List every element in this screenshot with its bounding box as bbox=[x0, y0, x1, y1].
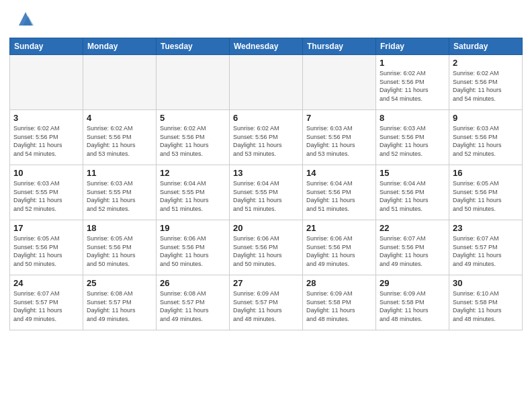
day-number: 7 bbox=[306, 113, 372, 123]
day-info: Sunrise: 6:03 AM Sunset: 5:56 PM Dayligh… bbox=[306, 124, 372, 158]
day-number: 2 bbox=[453, 58, 519, 68]
calendar-cell: 14Sunrise: 6:04 AM Sunset: 5:56 PM Dayli… bbox=[303, 165, 376, 220]
day-info: Sunrise: 6:09 AM Sunset: 5:58 PM Dayligh… bbox=[380, 289, 445, 323]
calendar-header-saturday: Saturday bbox=[449, 38, 523, 55]
day-info: Sunrise: 6:02 AM Sunset: 5:56 PM Dayligh… bbox=[380, 69, 445, 103]
day-number: 22 bbox=[380, 223, 445, 233]
calendar-week-row: 10Sunrise: 6:03 AM Sunset: 5:55 PM Dayli… bbox=[10, 165, 523, 220]
calendar-header-tuesday: Tuesday bbox=[157, 38, 230, 55]
day-number: 14 bbox=[306, 168, 372, 178]
day-info: Sunrise: 6:03 AM Sunset: 5:56 PM Dayligh… bbox=[453, 124, 519, 158]
day-number: 10 bbox=[13, 168, 79, 178]
day-number: 25 bbox=[87, 278, 152, 288]
calendar-cell: 7Sunrise: 6:03 AM Sunset: 5:56 PM Daylig… bbox=[303, 110, 376, 165]
day-info: Sunrise: 6:08 AM Sunset: 5:57 PM Dayligh… bbox=[87, 289, 152, 323]
calendar-cell: 25Sunrise: 6:08 AM Sunset: 5:57 PM Dayli… bbox=[83, 275, 157, 330]
day-info: Sunrise: 6:04 AM Sunset: 5:55 PM Dayligh… bbox=[160, 179, 226, 213]
calendar-cell: 28Sunrise: 6:09 AM Sunset: 5:58 PM Dayli… bbox=[303, 275, 376, 330]
calendar-header-friday: Friday bbox=[376, 38, 449, 55]
day-info: Sunrise: 6:04 AM Sunset: 5:55 PM Dayligh… bbox=[233, 179, 299, 213]
day-info: Sunrise: 6:09 AM Sunset: 5:58 PM Dayligh… bbox=[306, 289, 372, 323]
calendar-header-wednesday: Wednesday bbox=[230, 38, 303, 55]
logo-icon bbox=[16, 9, 35, 28]
calendar-cell: 16Sunrise: 6:05 AM Sunset: 5:56 PM Dayli… bbox=[449, 165, 523, 220]
calendar-week-row: 3Sunrise: 6:02 AM Sunset: 5:56 PM Daylig… bbox=[10, 110, 523, 165]
day-number: 27 bbox=[233, 278, 299, 288]
day-number: 24 bbox=[13, 278, 79, 288]
day-info: Sunrise: 6:06 AM Sunset: 5:56 PM Dayligh… bbox=[306, 234, 372, 268]
calendar-cell: 12Sunrise: 6:04 AM Sunset: 5:55 PM Dayli… bbox=[157, 165, 230, 220]
day-number: 28 bbox=[306, 278, 372, 288]
calendar-cell: 2Sunrise: 6:02 AM Sunset: 5:56 PM Daylig… bbox=[449, 55, 523, 110]
calendar-cell bbox=[10, 55, 83, 110]
day-number: 15 bbox=[380, 168, 445, 178]
logo bbox=[16, 12, 35, 28]
calendar-cell: 21Sunrise: 6:06 AM Sunset: 5:56 PM Dayli… bbox=[303, 220, 376, 275]
calendar-cell: 24Sunrise: 6:07 AM Sunset: 5:57 PM Dayli… bbox=[10, 275, 83, 330]
calendar-week-row: 17Sunrise: 6:05 AM Sunset: 5:56 PM Dayli… bbox=[10, 220, 523, 275]
day-info: Sunrise: 6:08 AM Sunset: 5:57 PM Dayligh… bbox=[160, 289, 226, 323]
calendar-table: SundayMondayTuesdayWednesdayThursdayFrid… bbox=[9, 38, 523, 330]
calendar-cell: 3Sunrise: 6:02 AM Sunset: 5:56 PM Daylig… bbox=[10, 110, 83, 165]
calendar-header-monday: Monday bbox=[83, 38, 157, 55]
calendar-cell: 8Sunrise: 6:03 AM Sunset: 5:56 PM Daylig… bbox=[376, 110, 449, 165]
calendar-week-row: 24Sunrise: 6:07 AM Sunset: 5:57 PM Dayli… bbox=[10, 275, 523, 330]
day-info: Sunrise: 6:02 AM Sunset: 5:56 PM Dayligh… bbox=[160, 124, 226, 158]
day-number: 8 bbox=[380, 113, 445, 123]
calendar-cell: 29Sunrise: 6:09 AM Sunset: 5:58 PM Dayli… bbox=[376, 275, 449, 330]
day-info: Sunrise: 6:04 AM Sunset: 5:56 PM Dayligh… bbox=[306, 179, 372, 213]
day-number: 1 bbox=[380, 58, 445, 68]
calendar-cell: 10Sunrise: 6:03 AM Sunset: 5:55 PM Dayli… bbox=[10, 165, 83, 220]
calendar-cell: 30Sunrise: 6:10 AM Sunset: 5:58 PM Dayli… bbox=[449, 275, 523, 330]
day-number: 18 bbox=[87, 223, 152, 233]
calendar-cell: 23Sunrise: 6:07 AM Sunset: 5:57 PM Dayli… bbox=[449, 220, 523, 275]
calendar-cell: 5Sunrise: 6:02 AM Sunset: 5:56 PM Daylig… bbox=[157, 110, 230, 165]
calendar-cell: 20Sunrise: 6:06 AM Sunset: 5:56 PM Dayli… bbox=[230, 220, 303, 275]
day-number: 26 bbox=[160, 278, 226, 288]
calendar-cell: 9Sunrise: 6:03 AM Sunset: 5:56 PM Daylig… bbox=[449, 110, 523, 165]
calendar-cell bbox=[230, 55, 303, 110]
day-number: 13 bbox=[233, 168, 299, 178]
day-number: 21 bbox=[306, 223, 372, 233]
day-info: Sunrise: 6:06 AM Sunset: 5:56 PM Dayligh… bbox=[160, 234, 226, 268]
calendar-cell: 17Sunrise: 6:05 AM Sunset: 5:56 PM Dayli… bbox=[10, 220, 83, 275]
day-info: Sunrise: 6:07 AM Sunset: 5:57 PM Dayligh… bbox=[13, 289, 79, 323]
calendar-cell: 22Sunrise: 6:07 AM Sunset: 5:56 PM Dayli… bbox=[376, 220, 449, 275]
day-info: Sunrise: 6:04 AM Sunset: 5:56 PM Dayligh… bbox=[380, 179, 445, 213]
calendar-cell: 27Sunrise: 6:09 AM Sunset: 5:57 PM Dayli… bbox=[230, 275, 303, 330]
day-info: Sunrise: 6:02 AM Sunset: 5:56 PM Dayligh… bbox=[13, 124, 79, 158]
day-number: 16 bbox=[453, 168, 519, 178]
day-info: Sunrise: 6:03 AM Sunset: 5:55 PM Dayligh… bbox=[13, 179, 79, 213]
day-number: 19 bbox=[160, 223, 226, 233]
day-number: 23 bbox=[453, 223, 519, 233]
day-number: 5 bbox=[160, 113, 226, 123]
day-info: Sunrise: 6:05 AM Sunset: 5:56 PM Dayligh… bbox=[453, 179, 519, 213]
calendar-cell: 26Sunrise: 6:08 AM Sunset: 5:57 PM Dayli… bbox=[157, 275, 230, 330]
day-info: Sunrise: 6:03 AM Sunset: 5:55 PM Dayligh… bbox=[87, 179, 152, 213]
day-number: 29 bbox=[380, 278, 445, 288]
day-number: 30 bbox=[453, 278, 519, 288]
calendar-cell: 13Sunrise: 6:04 AM Sunset: 5:55 PM Dayli… bbox=[230, 165, 303, 220]
day-info: Sunrise: 6:02 AM Sunset: 5:56 PM Dayligh… bbox=[87, 124, 152, 158]
day-number: 3 bbox=[13, 113, 79, 123]
calendar-cell: 15Sunrise: 6:04 AM Sunset: 5:56 PM Dayli… bbox=[376, 165, 449, 220]
calendar-cell bbox=[157, 55, 230, 110]
calendar-cell: 1Sunrise: 6:02 AM Sunset: 5:56 PM Daylig… bbox=[376, 55, 449, 110]
calendar-header-thursday: Thursday bbox=[303, 38, 376, 55]
calendar-cell: 19Sunrise: 6:06 AM Sunset: 5:56 PM Dayli… bbox=[157, 220, 230, 275]
calendar-cell bbox=[83, 55, 157, 110]
day-info: Sunrise: 6:03 AM Sunset: 5:56 PM Dayligh… bbox=[380, 124, 445, 158]
day-info: Sunrise: 6:07 AM Sunset: 5:57 PM Dayligh… bbox=[453, 234, 519, 268]
day-info: Sunrise: 6:09 AM Sunset: 5:57 PM Dayligh… bbox=[233, 289, 299, 323]
day-info: Sunrise: 6:02 AM Sunset: 5:56 PM Dayligh… bbox=[453, 69, 519, 103]
header bbox=[0, 0, 532, 32]
day-number: 11 bbox=[87, 168, 152, 178]
calendar-cell: 18Sunrise: 6:05 AM Sunset: 5:56 PM Dayli… bbox=[83, 220, 157, 275]
day-number: 4 bbox=[87, 113, 152, 123]
page: SundayMondayTuesdayWednesdayThursdayFrid… bbox=[0, 0, 532, 411]
calendar-cell bbox=[303, 55, 376, 110]
day-number: 12 bbox=[160, 168, 226, 178]
day-info: Sunrise: 6:10 AM Sunset: 5:58 PM Dayligh… bbox=[453, 289, 519, 323]
day-info: Sunrise: 6:02 AM Sunset: 5:56 PM Dayligh… bbox=[233, 124, 299, 158]
day-number: 17 bbox=[13, 223, 79, 233]
